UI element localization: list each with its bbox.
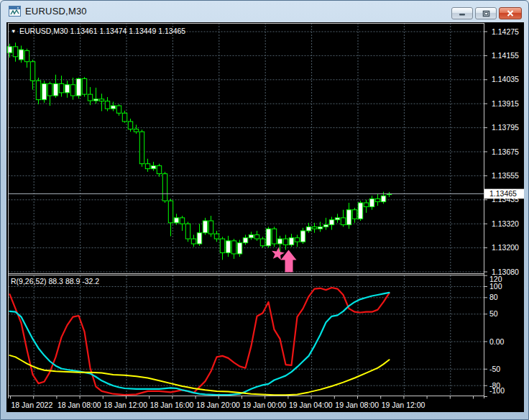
candle	[318, 227, 322, 229]
window-title: EURUSD,M30	[25, 6, 87, 17]
mt4-chart-window: EURUSD,M30 1.142751.141551.140351.139151	[0, 0, 529, 420]
candle	[168, 201, 172, 223]
price-axis-label: 1.13200	[492, 243, 519, 252]
candle	[237, 243, 242, 254]
candle	[53, 83, 58, 96]
candle	[82, 78, 86, 94]
candle	[214, 234, 218, 239]
candle	[346, 210, 351, 225]
indicator-line-cyan	[10, 293, 390, 395]
candle	[254, 235, 259, 239]
candle	[30, 62, 34, 81]
candle	[36, 81, 40, 99]
indicator-line-yellow	[10, 355, 390, 395]
time-axis-label: 19 Jan 00:00	[243, 401, 287, 409]
candle	[65, 85, 69, 93]
candle	[266, 229, 270, 246]
candle	[116, 106, 121, 113]
time-axis-label: 18 Jan 2022	[12, 401, 53, 409]
candle	[122, 113, 126, 122]
candle	[203, 221, 207, 233]
candle	[174, 218, 178, 223]
candle	[358, 203, 362, 219]
candles[interactable]	[7, 42, 391, 260]
time-axis-label: 19 Jan 04:00	[289, 401, 333, 409]
candle	[364, 203, 368, 207]
candle	[369, 198, 374, 206]
candle	[323, 225, 328, 227]
candle	[47, 83, 52, 96]
candle	[249, 235, 253, 238]
chart-window-icon[interactable]	[9, 6, 21, 17]
window-controls	[451, 7, 522, 19]
candle	[180, 218, 184, 224]
price-axis-label: 1.13675	[492, 147, 519, 156]
chart-client-area: 1.142751.141551.140351.139151.137951.136…	[6, 22, 524, 412]
symbol-dropdown-icon[interactable]: ▼	[11, 28, 16, 35]
candle	[93, 99, 98, 101]
candle	[289, 238, 293, 245]
candle	[88, 94, 92, 101]
candle	[335, 218, 339, 220]
candle	[243, 238, 247, 243]
candle	[231, 241, 236, 254]
time-axis[interactable]: 18 Jan 202218 Jan 08:0018 Jan 12:0018 Ja…	[11, 396, 474, 410]
candle	[111, 106, 115, 109]
title-bar[interactable]: EURUSD,M30	[1, 1, 528, 22]
candle	[277, 239, 282, 244]
price-axis-label: 1.14035	[492, 75, 519, 83]
close-icon	[507, 10, 514, 17]
time-axis-label: 19 Jan 08:00	[335, 401, 379, 409]
candle	[76, 78, 80, 96]
candle	[24, 50, 29, 61]
time-axis-label: 18 Jan 16:00	[150, 401, 194, 409]
restore-button[interactable]	[475, 7, 497, 19]
candle	[341, 218, 345, 225]
candle	[162, 174, 167, 201]
candle	[220, 239, 224, 252]
indicator-axis-label: 100	[489, 282, 502, 291]
candle	[375, 198, 380, 201]
time-axis-label: 18 Jan 20:00	[196, 401, 240, 409]
minimize-button[interactable]	[451, 7, 473, 19]
candle	[70, 85, 75, 96]
ohlc-label: EURUSD,M30 1.13461 1.13474 1.13449 1.134…	[19, 27, 185, 35]
candle	[272, 229, 276, 244]
restore-icon	[482, 10, 490, 17]
price-axis[interactable]: 1.142751.141551.140351.139151.137951.136…	[484, 27, 520, 397]
candle	[283, 239, 288, 245]
candle	[208, 221, 213, 234]
price-axis-label: 1.13555	[492, 171, 519, 180]
chart-labels: ▼EURUSD,M30 1.13461 1.13474 1.13449 1.13…	[11, 27, 185, 286]
candle	[151, 165, 155, 168]
candle	[352, 210, 356, 219]
indicator-label: R(9,26,52) 88.3 88.9 -32.2	[11, 277, 99, 286]
candle	[19, 50, 23, 60]
annotations	[272, 247, 297, 273]
indicator-axis-label: 50	[489, 309, 498, 318]
chart-canvas[interactable]: 1.142751.141551.140351.139151.137951.136…	[6, 22, 524, 412]
indicator-axis-label: 80	[489, 293, 498, 301]
time-axis-label: 19 Jan 12:00	[382, 401, 426, 409]
candle	[128, 122, 132, 129]
price-axis-label: 1.13915	[492, 99, 519, 108]
candle	[226, 241, 230, 253]
candle	[300, 231, 305, 242]
candle	[329, 220, 334, 225]
time-axis-label: 18 Jan 08:00	[58, 401, 101, 409]
bid-price-tag: 1.13465	[484, 189, 524, 199]
candle	[312, 227, 316, 229]
candle	[306, 227, 310, 231]
candle	[105, 101, 109, 109]
price-axis-label: 1.14155	[492, 51, 519, 60]
candle	[139, 132, 144, 164]
candle	[197, 233, 201, 244]
candle	[381, 196, 385, 201]
price-axis-label: 1.14275	[492, 27, 519, 36]
candle	[191, 239, 196, 244]
indicator-axis-label: -50	[489, 365, 500, 373]
price-axis-label: 1.13795	[492, 123, 519, 132]
candle	[13, 47, 17, 57]
close-button[interactable]	[499, 7, 522, 19]
candle	[157, 165, 161, 173]
